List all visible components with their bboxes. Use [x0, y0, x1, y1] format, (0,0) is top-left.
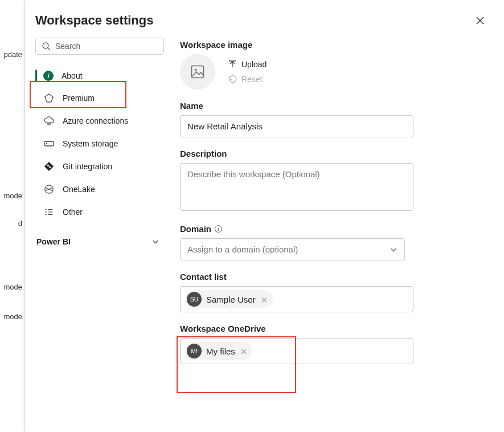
storage-icon: [43, 138, 55, 149]
search-icon: [42, 42, 51, 51]
nav-item-git-integration[interactable]: Git integration: [35, 155, 164, 178]
settings-form: Workspace image Upload Reset: [180, 38, 494, 422]
nav-label: System storage: [63, 139, 118, 148]
nav-label: Premium: [63, 93, 95, 103]
search-input-container[interactable]: [35, 38, 164, 55]
nav-item-onelake[interactable]: OneLake: [35, 178, 164, 201]
nav-item-about[interactable]: i About: [35, 65, 164, 87]
avatar: Mf: [187, 344, 202, 358]
reset-label: Reset: [241, 75, 263, 84]
nav-label: Git integration: [63, 162, 112, 171]
avatar: SU: [187, 292, 202, 307]
close-icon: [261, 297, 267, 303]
nav-label: Other: [63, 207, 83, 217]
search-input[interactable]: [55, 42, 158, 51]
cloud-icon: [43, 115, 55, 127]
nav-item-other[interactable]: Other: [35, 201, 164, 223]
chevron-down-icon: [390, 246, 398, 254]
git-icon: [43, 161, 55, 172]
description-input[interactable]: [180, 163, 413, 211]
upload-icon: [228, 60, 237, 69]
domain-placeholder: Assign to a domain (optional): [187, 244, 298, 254]
nav-label: OneLake: [63, 185, 95, 194]
image-icon: [190, 64, 206, 80]
onedrive-input[interactable]: Mf My files: [180, 338, 413, 364]
section-label: Power BI: [36, 237, 71, 246]
background-grid: pdate mode d mode mode: [0, 0, 25, 432]
svg-rect-9: [192, 66, 204, 78]
workspace-settings-modal: Workspace settings i About Premium: [25, 0, 504, 432]
remove-chip-button[interactable]: [240, 347, 248, 356]
close-icon: [241, 349, 247, 354]
contact-list-label: Contact list: [180, 272, 494, 282]
description-label: Description: [180, 149, 494, 158]
workspace-image-label: Workspace image: [180, 40, 494, 50]
svg-point-6: [46, 209, 47, 210]
section-power-bi[interactable]: Power BI: [35, 223, 164, 251]
chip-label: Sample User: [206, 295, 256, 304]
nav-item-system-storage[interactable]: System storage: [35, 132, 164, 155]
modal-title: Workspace settings: [35, 13, 153, 28]
svg-point-8: [46, 214, 47, 215]
contact-list-input[interactable]: SU Sample User: [180, 286, 413, 312]
premium-icon: [43, 92, 55, 104]
upload-button[interactable]: Upload: [228, 60, 267, 69]
chip-label: My files: [206, 347, 235, 356]
domain-label: Domain i: [180, 224, 494, 234]
remove-chip-button[interactable]: [260, 295, 268, 304]
nav-item-azure-connections[interactable]: Azure connections: [35, 109, 164, 132]
svg-point-10: [195, 69, 197, 71]
workspace-image-placeholder: [180, 54, 215, 89]
upload-label: Upload: [241, 60, 267, 69]
contact-chip: SU Sample User: [185, 290, 273, 308]
svg-point-0: [43, 43, 48, 48]
onedrive-chip: Mf My files: [185, 342, 252, 360]
svg-point-7: [46, 211, 47, 213]
other-icon: [43, 206, 55, 218]
close-icon: [476, 16, 485, 25]
onedrive-label: Workspace OneDrive: [180, 324, 494, 333]
chevron-down-icon: [151, 238, 159, 246]
info-icon[interactable]: i: [215, 225, 222, 233]
reset-icon: [228, 75, 237, 84]
info-icon: i: [43, 71, 54, 81]
settings-sidebar: i About Premium Azure connections: [35, 38, 164, 422]
close-button[interactable]: [471, 11, 489, 30]
nav-item-premium[interactable]: Premium: [35, 87, 164, 109]
domain-select[interactable]: Assign to a domain (optional): [180, 238, 405, 260]
nav-label: Azure connections: [63, 116, 128, 125]
reset-button: Reset: [228, 75, 267, 84]
nav-label: About: [62, 71, 83, 80]
svg-point-2: [46, 143, 47, 144]
name-label: Name: [180, 101, 494, 111]
svg-rect-1: [44, 141, 54, 146]
name-input[interactable]: [180, 115, 413, 137]
nav-list: i About Premium Azure connections: [35, 65, 164, 223]
onelake-icon: [43, 184, 55, 195]
